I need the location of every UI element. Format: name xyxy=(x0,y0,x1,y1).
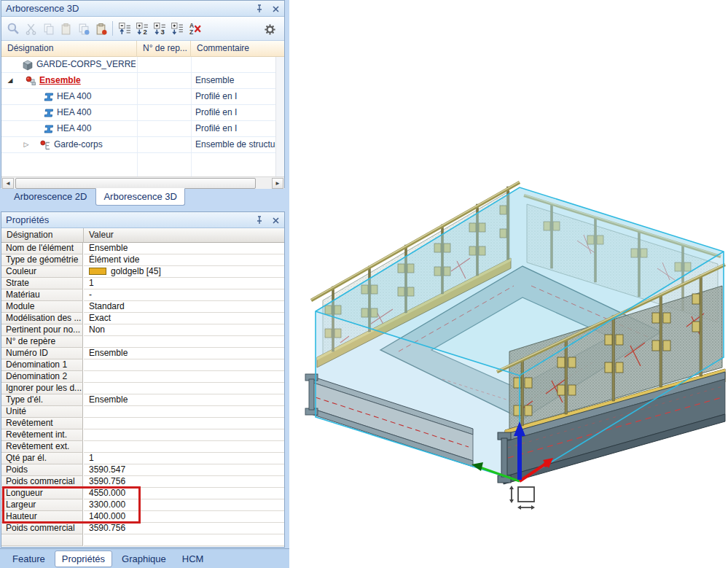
property-row[interactable]: Dénomination 1 xyxy=(1,359,284,371)
tree-row[interactable]: ◢ Ensemble Ensemble xyxy=(1,73,284,89)
column-header-commentaire[interactable]: Commentaire xyxy=(191,41,284,57)
property-row[interactable]: Unité xyxy=(1,406,284,418)
tree-row-comment: Ensemble de structure xyxy=(195,137,283,153)
property-value: Ensemble xyxy=(84,348,284,359)
tree-row[interactable]: HEA 400 Profilé en I xyxy=(1,105,284,121)
tree-row-comment: Profilé en I xyxy=(195,121,283,137)
bottom-dock-tabs: Feature Propriétés Graphique HCM xyxy=(0,548,289,568)
property-row[interactable]: Type d'él.Ensemble xyxy=(1,394,284,406)
property-label: Hauteur xyxy=(1,511,83,523)
viewport-3d[interactable] xyxy=(289,0,728,568)
copy-icon[interactable] xyxy=(39,20,57,37)
tree-row-label: HEA 400 xyxy=(57,121,136,137)
ensemble-structure-icon xyxy=(39,139,51,151)
svg-text:2: 2 xyxy=(143,27,146,35)
property-value xyxy=(84,371,284,383)
expand-all-icon[interactable] xyxy=(168,20,186,37)
cut-icon[interactable] xyxy=(22,20,39,37)
property-value: - xyxy=(84,289,284,301)
property-value xyxy=(84,359,284,371)
scroll-right-arrow[interactable]: ► xyxy=(272,178,283,189)
remove-sort-icon[interactable]: AZ xyxy=(186,20,203,37)
tree-row[interactable]: GARDE-CORPS_VERRE xyxy=(1,57,284,73)
tree-row[interactable]: HEA 400 Profilé en I xyxy=(1,89,284,105)
property-row[interactable]: Revêtement xyxy=(1,418,284,429)
property-label: Couleur xyxy=(1,266,83,278)
pin-icon[interactable] xyxy=(254,214,265,226)
tree-vertical-scrollbar[interactable] xyxy=(275,57,284,176)
property-label: Unité xyxy=(1,406,83,418)
property-row[interactable]: Qté par él.1 xyxy=(1,453,284,464)
tree-horizontal-scrollbar[interactable]: ◄ ► xyxy=(1,176,284,189)
property-row-longueur[interactable]: Longueur4550.000 xyxy=(1,488,284,499)
property-row[interactable]: Poids3590.547 xyxy=(1,464,284,476)
property-label: Type de géométrie xyxy=(1,254,83,266)
property-row[interactable]: Ignorer pour les d... xyxy=(1,383,284,394)
property-label: Poids commercial xyxy=(1,523,83,534)
property-label: Largeur xyxy=(1,499,83,511)
tab-feature[interactable]: Feature xyxy=(6,551,52,567)
property-row[interactable] xyxy=(1,534,284,546)
property-label: Poids commercial xyxy=(1,476,83,488)
pin-icon[interactable] xyxy=(254,3,265,15)
property-row[interactable]: Poids commercial3590.756 xyxy=(1,476,284,488)
expander-collapsed-icon[interactable]: ▷ xyxy=(22,141,31,148)
paste-icon[interactable] xyxy=(57,20,74,37)
tab-arborescence-3d[interactable]: Arborescence 3D xyxy=(95,188,184,206)
property-row[interactable]: Numéro IDEnsemble xyxy=(1,348,284,359)
tree-panel-titlebar: Arborescence 3D xyxy=(1,1,284,17)
property-label: Dénomination 1 xyxy=(1,359,83,371)
expander-expanded-icon[interactable]: ◢ xyxy=(6,77,15,84)
property-value: Ensemble xyxy=(84,243,284,254)
prop-column-designation[interactable]: Désignation xyxy=(1,228,84,243)
tree-row-comment: Profilé en I xyxy=(195,89,283,105)
property-row[interactable]: Revêtement ext. xyxy=(1,441,284,453)
prop-column-valeur[interactable]: Valeur xyxy=(84,228,284,243)
property-row[interactable]: Type de géométrieÉlément vide xyxy=(1,254,284,266)
tab-proprietes[interactable]: Propriétés xyxy=(55,551,112,567)
scroll-left-arrow[interactable]: ◄ xyxy=(2,178,14,189)
tab-arborescence-2d[interactable]: Arborescence 2D xyxy=(7,189,94,205)
property-row[interactable]: Dénomination 2 xyxy=(1,371,284,383)
column-header-rep[interactable]: N° de rep... xyxy=(137,41,191,57)
property-value xyxy=(84,441,284,453)
property-row-largeur[interactable]: Largeur3300.000 xyxy=(1,499,284,511)
tab-hcm[interactable]: HCM xyxy=(176,551,211,567)
tree-row[interactable]: ▷ Garde-corps Ensemble de structure xyxy=(1,137,284,153)
property-label: Pertinent pour no... xyxy=(1,324,83,336)
property-row[interactable]: Modélisation des ...Exact xyxy=(1,313,284,324)
close-icon[interactable] xyxy=(270,214,281,226)
property-row[interactable]: Nom de l'élémentEnsemble xyxy=(1,243,284,254)
scroll-thumb[interactable] xyxy=(15,178,256,189)
properties-grid-header: Désignation Valeur xyxy=(1,228,284,243)
property-value xyxy=(84,406,284,418)
property-row-hauteur[interactable]: Hauteur1400.000 xyxy=(1,511,284,523)
paste-special-icon[interactable] xyxy=(92,20,109,37)
search-icon[interactable] xyxy=(4,20,22,37)
property-row[interactable]: Strate1 xyxy=(1,278,284,289)
column-header-designation[interactable]: Désignation xyxy=(1,41,137,57)
settings-gear-icon[interactable] xyxy=(261,20,278,38)
property-value xyxy=(84,383,284,394)
tab-graphique[interactable]: Graphique xyxy=(115,551,173,567)
expand-level-3-icon[interactable]: 3 xyxy=(151,20,168,37)
property-label: Nom de l'élément xyxy=(1,243,83,254)
property-row[interactable]: Poids commercial3590.756 xyxy=(1,523,284,534)
property-row[interactable]: Pertinent pour no...Non xyxy=(1,324,284,336)
expand-level-2-icon[interactable]: 2 xyxy=(133,20,151,37)
property-row[interactable]: N° de repère xyxy=(1,336,284,348)
property-label xyxy=(1,534,83,546)
property-value: Élément vide xyxy=(84,254,284,266)
assembly-cube-icon xyxy=(22,59,34,71)
tree-row[interactable]: HEA 400 Profilé en I xyxy=(1,121,284,137)
property-row[interactable]: Revêtement int. xyxy=(1,429,284,441)
property-row[interactable]: Matériau- xyxy=(1,289,284,301)
property-value: 3590.756 xyxy=(84,523,284,534)
close-icon[interactable] xyxy=(270,3,281,15)
ensemble-red-ball-icon xyxy=(25,75,36,87)
copy-special-icon[interactable] xyxy=(74,20,92,37)
collapse-all-icon[interactable] xyxy=(116,20,133,37)
property-row[interactable]: ModuleStandard xyxy=(1,301,284,313)
property-row[interactable]: Couleurgoldgelb [45] xyxy=(1,266,284,278)
property-value: Non xyxy=(84,324,284,336)
